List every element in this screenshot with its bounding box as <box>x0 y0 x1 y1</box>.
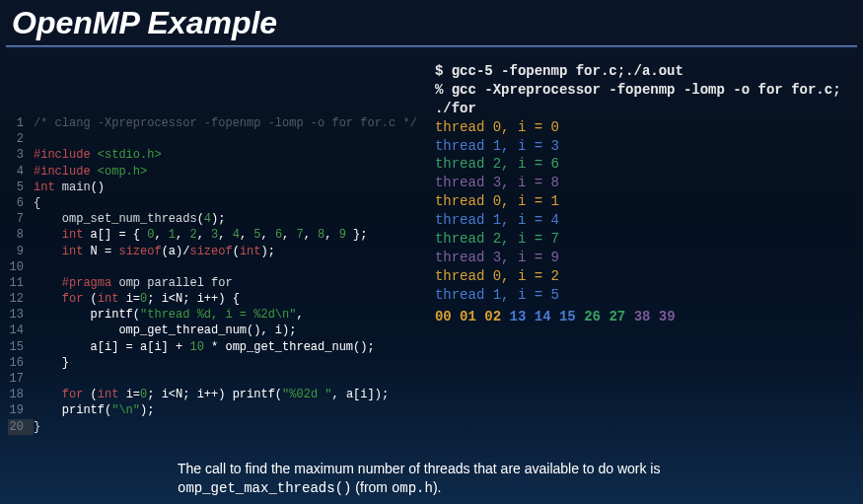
line-number: 9 <box>8 244 34 259</box>
line-number: 18 <box>8 387 34 402</box>
output-line: thread 2, i = 7 <box>435 230 855 249</box>
output-line: thread 3, i = 9 <box>435 249 855 267</box>
code-text: a[i] = a[i] + 10 * omp_get_thread_num(); <box>34 340 375 354</box>
output-line: thread 2, i = 6 <box>435 155 855 174</box>
code-text: omp_set_num_threads(4); <box>34 212 225 226</box>
code-line: 9 int N = sizeof(a)/sizeof(int); <box>8 244 417 259</box>
thread-output: thread 0, i = 0thread 1, i = 3thread 2, … <box>435 118 855 305</box>
code-line: 10 <box>8 259 417 275</box>
code-line: 17 <box>8 371 417 387</box>
line-number: 2 <box>8 131 34 147</box>
code-text: { <box>34 196 40 210</box>
code-text: int N = sizeof(a)/sizeof(int); <box>34 245 275 258</box>
line-number: 16 <box>8 355 34 371</box>
line-number: 3 <box>8 147 34 163</box>
code-text: #pragma omp parallel for <box>34 276 233 290</box>
code-text: } <box>34 420 40 434</box>
code-line: 11 #pragma omp parallel for <box>8 275 417 291</box>
content-row: 1/* clang -Xpreprocessor -fopenmp -lomp … <box>0 56 863 435</box>
array-item: 01 <box>460 309 476 324</box>
array-item: 15 <box>559 309 576 324</box>
output-line: thread 1, i = 4 <box>435 211 855 230</box>
code-text: for (int i=0; i<N; i++) { <box>34 292 240 306</box>
line-number: 4 <box>8 164 34 180</box>
line-number: 1 <box>8 115 34 131</box>
code-pane: 1/* clang -Xpreprocessor -fopenmp -lomp … <box>8 56 417 435</box>
line-number: 10 <box>8 259 34 275</box>
line-number: 12 <box>8 291 34 307</box>
code-line: 1/* clang -Xpreprocessor -fopenmp -lomp … <box>8 115 417 131</box>
line-number: 15 <box>8 339 34 355</box>
code-text: for (int i=0; i<N; i++) printf("%02d ", … <box>34 388 389 401</box>
output-line: thread 3, i = 8 <box>435 174 855 192</box>
line-number: 19 <box>8 402 34 418</box>
footer-after: ). <box>433 479 442 495</box>
line-number: 14 <box>8 323 34 338</box>
code-line: 4#include <omp.h> <box>8 164 417 180</box>
output-line: thread 0, i = 1 <box>435 192 855 211</box>
array-item: 26 <box>584 309 601 324</box>
code-line: 15 a[i] = a[i] + 10 * omp_get_thread_num… <box>8 339 417 355</box>
line-number: 5 <box>8 180 34 195</box>
code-text: /* clang -Xpreprocessor -fopenmp -lomp -… <box>34 116 417 130</box>
code-line: 19 printf("\n"); <box>8 402 417 418</box>
code-text: #include <stdio.h> <box>34 148 162 162</box>
line-number: 7 <box>8 211 34 227</box>
code-line: 14 omp_get_thread_num(), i); <box>8 323 417 338</box>
footer-code-1: omp_get_max_threads() <box>178 480 351 496</box>
output-pane: $ gcc-5 -fopenmp for.c;./a.out % gcc -Xp… <box>435 56 855 435</box>
output-line: thread 0, i = 0 <box>435 118 855 137</box>
output-line: thread 0, i = 2 <box>435 267 855 286</box>
code-line: 6{ <box>8 195 417 211</box>
output-line: thread 1, i = 3 <box>435 137 855 156</box>
array-item: 02 <box>484 309 501 324</box>
code-text: omp_get_thread_num(), i); <box>34 324 296 337</box>
title-rule <box>6 45 857 48</box>
code-line: 18 for (int i=0; i<N; i++) printf("%02d … <box>8 387 417 402</box>
line-number: 13 <box>8 307 34 323</box>
code-text: printf("thread %d, i = %2d\n", <box>34 308 304 322</box>
code-line: 16 } <box>8 355 417 371</box>
code-text: } <box>34 356 69 370</box>
code-line: 7 omp_set_num_threads(4); <box>8 211 417 227</box>
line-number: 20 <box>8 419 34 435</box>
footer-code-2: omp.h <box>392 480 433 496</box>
code-line: 8 int a[] = { 0, 1, 2, 3, 4, 5, 6, 7, 8,… <box>8 227 417 243</box>
code-line: 3#include <stdio.h> <box>8 147 417 163</box>
code-text: int main() <box>34 180 105 194</box>
array-item: 13 <box>510 309 527 324</box>
array-item: 39 <box>659 309 676 324</box>
array-item: 14 <box>535 309 551 324</box>
footer-mid: (from <box>351 479 391 495</box>
code-line: 13 printf("thread %d, i = %2d\n", <box>8 307 417 323</box>
code-text: int a[] = { 0, 1, 2, 3, 4, 5, 6, 7, 8, 9… <box>34 228 368 242</box>
code-block: 1/* clang -Xpreprocessor -fopenmp -lomp … <box>8 115 417 435</box>
shell-cmd-2: % gcc -Xpreprocessor -fopenmp -lomp -o f… <box>435 81 855 118</box>
code-line: 12 for (int i=0; i<N; i++) { <box>8 291 417 307</box>
array-item: 38 <box>634 309 651 324</box>
line-number: 8 <box>8 227 34 243</box>
code-line: 5int main() <box>8 180 417 195</box>
line-number: 17 <box>8 371 34 387</box>
code-text: printf("\n"); <box>34 403 154 417</box>
footer-text: The call to find the maximum number of t… <box>178 461 660 476</box>
line-number: 6 <box>8 195 34 211</box>
code-text: #include <omp.h> <box>34 165 147 179</box>
output-line: thread 1, i = 5 <box>435 286 855 305</box>
footer-note: The call to find the maximum number of t… <box>0 460 863 498</box>
array-item: 27 <box>609 309 625 324</box>
array-output: 00 01 02 13 14 15 26 27 38 39 <box>435 308 855 326</box>
code-line: 2 <box>8 131 417 147</box>
slide-title: OpenMP Example <box>0 0 863 45</box>
array-item: 00 <box>435 309 452 324</box>
line-number: 11 <box>8 275 34 291</box>
shell-cmd-1: $ gcc-5 -fopenmp for.c;./a.out <box>435 62 855 81</box>
code-line: 20} <box>8 419 417 435</box>
